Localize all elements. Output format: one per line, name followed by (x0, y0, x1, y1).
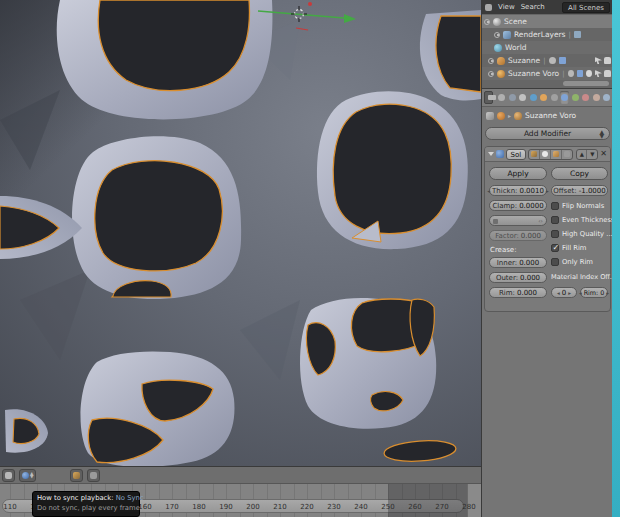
mesh-hole-center-right (317, 91, 468, 249)
renderlayer-data-icon (574, 31, 581, 38)
properties-tabs (497, 91, 611, 104)
tab-object-data[interactable] (571, 91, 580, 104)
tab-modifiers[interactable] (560, 91, 569, 104)
keying-set-button[interactable] (70, 469, 83, 482)
outliner-editor-type-icon[interactable] (485, 4, 492, 11)
apply-button[interactable]: Apply (489, 167, 547, 180)
expand-triangle-icon[interactable] (488, 152, 494, 156)
tab-world[interactable] (529, 91, 538, 104)
expand-icon[interactable] (488, 71, 494, 77)
cursor-select-toggle-icon[interactable] (595, 57, 602, 64)
delete-modifier-button[interactable]: ✕ (600, 150, 607, 158)
solidify-modifier-panel: Sol ▲ ▼ ✕ Apply (484, 146, 611, 312)
vertex-data-icon (568, 70, 574, 77)
tab-scene[interactable] (518, 91, 527, 104)
expand-icon[interactable] (494, 32, 500, 38)
mesh-hole-bottom-right (300, 298, 436, 429)
tab-material[interactable] (581, 91, 590, 104)
add-modifier-dropdown[interactable]: Add Modifier ▲▼ (485, 127, 610, 140)
outliner-display-mode-dropdown[interactable]: All Scenes (562, 2, 610, 13)
timeline-editor-type-button[interactable] (2, 469, 15, 482)
sync-mode-dropdown[interactable]: ▲▼ (19, 469, 36, 482)
outliner-search-menu[interactable]: Search (521, 3, 545, 11)
thickness-field[interactable]: ◂ Thickn: 0.0010 ▸ (489, 185, 547, 196)
even-thickness-checkbox[interactable]: Even Thickness (551, 215, 615, 225)
constraints-icon (551, 94, 558, 101)
tab-object[interactable] (539, 91, 548, 104)
properties-editor-type-button[interactable] (484, 91, 493, 104)
clamp-field[interactable]: Clamp: 0.0000 (489, 200, 547, 211)
only-rim-checkbox[interactable]: Only Rim (551, 257, 593, 267)
decrement-arrow-icon[interactable]: ◂ (487, 188, 490, 194)
outliner-view-menu[interactable]: View (498, 3, 515, 11)
vertex-data-icon (549, 57, 556, 64)
frame-label-250: 250 (381, 503, 394, 511)
crease-inner-field[interactable]: Inner: 0.000 (489, 257, 547, 268)
crease-rim-field[interactable]: Rim: 0.000 (489, 287, 547, 298)
material-index-offset-label: Material Index Off... (551, 273, 616, 281)
editmode-icon (553, 151, 559, 157)
outliner-row-world[interactable]: World (482, 41, 613, 54)
render-toggle[interactable] (529, 150, 540, 159)
checkbox-icon (551, 244, 559, 252)
render-icon (531, 151, 537, 157)
move-up-button[interactable]: ▲ (577, 150, 587, 159)
frame-label-210: 210 (273, 503, 286, 511)
frame-label-270: 270 (435, 503, 448, 511)
dropdown-arrows-icon: ▲▼ (599, 130, 604, 138)
material-offset-stepper[interactable]: ◂ 0 ▸ (551, 287, 577, 298)
camera-render-toggle-icon[interactable] (604, 70, 611, 77)
object-icon (497, 112, 505, 120)
cursor-select-toggle-icon[interactable] (595, 70, 602, 77)
editor-type-icon (5, 472, 12, 479)
tab-constraints[interactable] (550, 91, 559, 104)
solidify-modifier-icon (496, 150, 504, 158)
keyframe-insert-button[interactable] (87, 469, 100, 482)
frame-label-160: 160 (138, 503, 151, 511)
factor-field[interactable]: Factor: 0.000 (489, 230, 547, 241)
modifier-header[interactable]: Sol ▲ ▼ ✕ (485, 147, 610, 162)
outliner-label: Suzanne (508, 56, 540, 65)
outliner-editor[interactable]: View Search All Scenes Scene RenderLayer… (482, 0, 613, 89)
texture-icon (593, 94, 600, 101)
eye-icon[interactable] (586, 70, 592, 77)
tab-render[interactable] (497, 91, 506, 104)
properties-editor: ▸ Suzanne Voro Add Modifier ▲▼ Sol (482, 89, 613, 517)
cage-toggle[interactable] (562, 150, 573, 159)
3d-viewport[interactable] (0, 0, 481, 466)
tab-physics[interactable] (602, 91, 611, 104)
tab-texture[interactable] (592, 91, 601, 104)
frame-label-190: 190 (219, 503, 232, 511)
render-icon (498, 94, 505, 101)
outliner-row-suzanne-voro[interactable]: Suzanne Voro | (482, 67, 613, 80)
outliner-row-suzanne[interactable]: Suzanne | (482, 54, 613, 67)
expand-icon[interactable] (488, 58, 494, 64)
tools-icon (486, 112, 494, 120)
physics-icon (603, 94, 610, 101)
realtime-toggle[interactable] (540, 150, 551, 159)
outliner-scrollbar[interactable] (563, 81, 609, 86)
outliner-row-scene[interactable]: Scene (482, 15, 613, 28)
tooltip-title: How to sync playback: (37, 494, 114, 502)
scene-icon (519, 94, 526, 101)
vertex-group-field[interactable] (489, 215, 547, 226)
fill-rim-checkbox[interactable]: Fill Rim (551, 243, 586, 253)
add-modifier-label: Add Modifier (524, 129, 571, 138)
modifier-name-field[interactable]: Sol (506, 149, 526, 160)
offset-field[interactable]: Offset: -1.0000 (551, 185, 608, 196)
camera-render-toggle-icon[interactable] (604, 57, 611, 64)
tab-render-layers[interactable] (508, 91, 517, 104)
flip-normals-checkbox[interactable]: Flip Normals (551, 201, 604, 211)
outliner-row-renderlayers[interactable]: RenderLayers | (482, 28, 613, 41)
move-down-button[interactable]: ▼ (587, 150, 597, 159)
frame-label-260: 260 (408, 503, 421, 511)
high-quality-checkbox[interactable]: High Quality ... (551, 229, 613, 239)
crease-outer-field[interactable]: Outer: 0.000 (489, 272, 547, 283)
material-rim-offset-stepper[interactable]: ◂ Rim: 0 ▸ (580, 287, 608, 298)
increment-arrow-icon[interactable]: ▸ (546, 188, 549, 194)
frame-label-180: 180 (192, 503, 205, 511)
cage-icon (564, 151, 570, 157)
expand-icon[interactable] (484, 19, 490, 25)
copy-button[interactable]: Copy (551, 167, 608, 180)
editmode-toggle[interactable] (551, 150, 562, 159)
